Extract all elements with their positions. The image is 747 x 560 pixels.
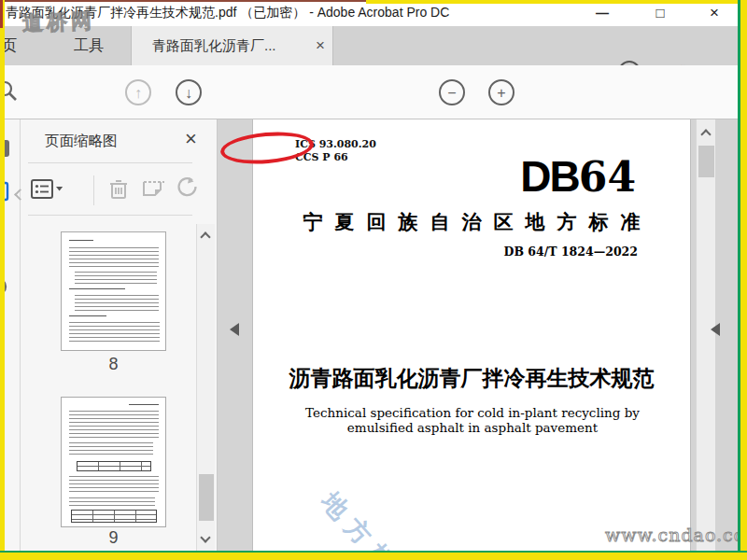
- border-top: [0, 0, 366, 2]
- zoom-in-icon[interactable]: +: [488, 79, 514, 105]
- watermark-daoqiao: 道桥网: [22, 7, 96, 38]
- zoom-out-icon[interactable]: −: [439, 79, 465, 105]
- title-bar: 青路面乳化沥青厂拌冷再生技术规范.pdf （已加密） - Adobe Acrob…: [0, 0, 747, 26]
- border-top-yellow: [366, 0, 747, 4]
- pane-right-arrow-icon[interactable]: [711, 323, 720, 336]
- border-right-yellow: [740, 0, 747, 560]
- tab-document[interactable]: 青路面乳化沥青厂... ×: [131, 26, 333, 65]
- thumbnail-page-number: 9: [61, 528, 166, 548]
- scroll-up-icon[interactable]: [200, 231, 210, 242]
- panel-title: 页面缩略图: [45, 132, 118, 151]
- thumbnail-toolbar: [21, 168, 218, 213]
- pane-left-arrow-icon[interactable]: [230, 323, 239, 336]
- close-window-button[interactable]: ×: [702, 2, 726, 24]
- border-bottom-yellow: [0, 553, 747, 560]
- border-left-top: [0, 0, 3, 28]
- watermark-website: www.cndao.com: [605, 525, 747, 545]
- tab-bar: 主页 工具 青路面乳化沥青厂... × ? 登录: [0, 26, 747, 65]
- thumbnail-toolbar-divider: [93, 175, 94, 205]
- panel-divider: [28, 162, 192, 163]
- extract-pages-icon: [140, 176, 168, 206]
- previous-page-button[interactable]: ↑: [125, 79, 151, 105]
- document-title-cn: 沥青路面乳化沥青厂拌冷再生技术规范: [253, 364, 690, 393]
- minimize-button[interactable]: —: [590, 2, 614, 24]
- rotate-pages-icon: [176, 175, 200, 205]
- pdf-page: ICS 93.080.20 CCS P 66 DB64 宁夏回族自治区地方标准 …: [252, 119, 691, 553]
- thumbnail-page-number: 8: [61, 355, 166, 374]
- standard-code: DB 64/T 1824—2022: [504, 245, 638, 259]
- tab-document-label: 青路面乳化沥青厂...: [152, 26, 276, 65]
- watermark-diagonal: 地方标准: [314, 485, 431, 553]
- standard-name: 宁夏回族自治区地方标准: [253, 209, 690, 235]
- scrollbar-thumb[interactable]: [199, 474, 214, 521]
- document-title-en: Technical specification for cold in-plan…: [276, 405, 669, 435]
- ccs-line: CCS P 66: [295, 151, 376, 164]
- maximize-button[interactable]: □: [648, 2, 672, 24]
- document-scrollbar[interactable]: [696, 119, 715, 553]
- tab-close-icon[interactable]: ×: [316, 26, 325, 65]
- border-left: [0, 0, 5, 560]
- thumbnails-scrollbar[interactable]: [196, 224, 215, 553]
- page-thumbnails-panel: 页面缩略图 ×: [21, 119, 218, 553]
- next-page-button[interactable]: ↓: [176, 79, 202, 105]
- db64-logo: DB64: [520, 151, 636, 202]
- thumbnail-page-9[interactable]: [61, 397, 166, 527]
- panel-divider2: [28, 215, 192, 216]
- scroll-down-icon[interactable]: [200, 532, 210, 542]
- delete-pages-icon: [106, 176, 132, 206]
- thumbnail-page-8[interactable]: [61, 231, 166, 351]
- acrobat-window: 青路面乳化沥青厂拌冷再生技术规范.pdf （已加密） - Adobe Acrob…: [0, 0, 747, 560]
- main-toolbar: ↑ ↓ 1 / 19 − +: [0, 65, 747, 119]
- thumbnail-options-icon[interactable]: [30, 177, 63, 205]
- panel-close-icon[interactable]: ×: [185, 127, 197, 151]
- content-area: 页面缩略图 ×: [0, 119, 747, 553]
- doc-scroll-up-icon[interactable]: [700, 129, 711, 139]
- doc-scrollbar-thumb[interactable]: [698, 146, 714, 177]
- document-pane: ICS 93.080.20 CCS P 66 DB64 宁夏回族自治区地方标准 …: [218, 119, 747, 553]
